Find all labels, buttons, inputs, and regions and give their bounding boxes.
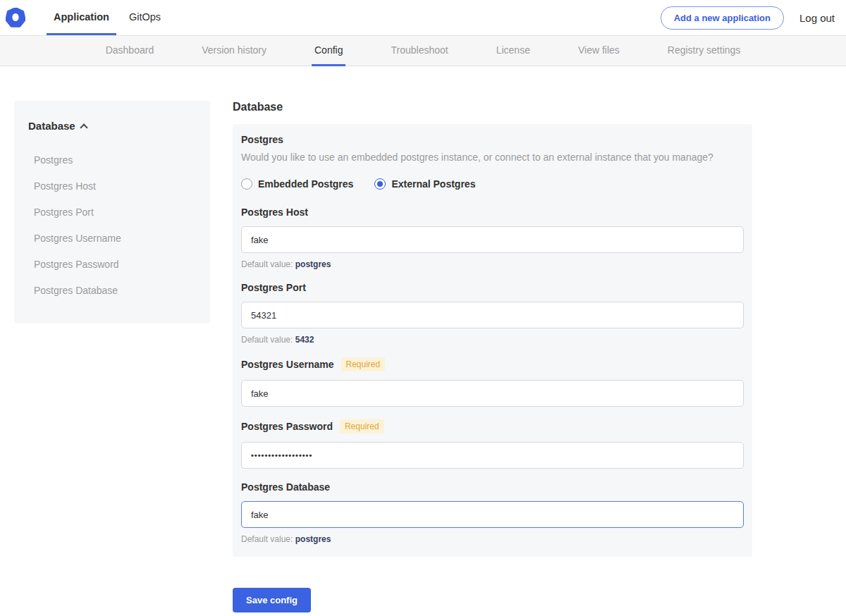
postgres-database-label: Postgres Database [241,481,330,493]
config-form-main: Database Postgres Would you like to use … [233,101,752,612]
field-postgres-database: Postgres Database Default value: postgre… [241,481,744,544]
required-badge: Required [340,419,384,433]
postgres-database-input[interactable] [241,501,744,528]
tab-view-files[interactable]: View files [575,36,623,66]
radio-selected-icon[interactable] [374,178,386,190]
sidebar-item-postgres-password[interactable]: Postgres Password [34,252,196,278]
logout-link[interactable]: Log out [799,12,835,24]
sidebar-item-list: Postgres Postgres Host Postgres Port Pos… [28,147,196,304]
tab-dashboard[interactable]: Dashboard [103,36,157,66]
postgres-port-input[interactable] [241,302,744,328]
sidebar-group-database-label: Database [28,120,75,132]
postgres-group-label: Postgres [241,134,744,145]
postgres-port-label: Postgres Port [241,282,306,293]
top-navbar: Application GitOps Add a new application… [0,0,846,35]
add-new-application-button[interactable]: Add a new application [661,6,784,30]
top-tab-gitops-label: GitOps [129,11,161,23]
required-badge: Required [341,357,386,371]
radio-embedded-postgres-label: Embedded Postgres [258,178,353,190]
postgres-password-label: Postgres Password [241,421,333,432]
database-config-panel: Postgres Would you like to use an embedd… [233,124,752,557]
default-value-text: postgres [295,534,331,544]
tab-dashboard-label: Dashboard [106,44,154,56]
postgres-host-default-helper: Default value: postgres [241,259,744,269]
sidebar-group-database[interactable]: Database [28,120,196,132]
sidebar-item-postgres[interactable]: Postgres [34,147,196,173]
sidebar-item-postgres-port[interactable]: Postgres Port [34,199,196,226]
topnav-right-actions: Add a new application Log out [661,0,835,35]
postgres-username-input[interactable] [241,380,744,407]
config-groups-sidebar: Database Postgres Postgres Host Postgres… [14,101,210,324]
top-tab-application[interactable]: Application [47,0,116,35]
postgres-database-default-helper: Default value: postgres [241,534,744,544]
radio-external-postgres-label: External Postgres [391,178,475,190]
postgres-port-default-helper: Default value: 5432 [241,335,744,345]
sidebar-item-postgres-username[interactable]: Postgres Username [34,226,196,252]
postgres-mode-radio-group: Embedded Postgres External Postgres [241,178,744,190]
default-value-label: Default value: [241,335,293,345]
radio-embedded-postgres[interactable]: Embedded Postgres [241,178,353,190]
default-value-label: Default value: [241,534,293,544]
tab-view-files-label: View files [578,44,620,56]
tab-registry-settings-label: Registry settings [668,44,740,56]
field-postgres-port: Postgres Port Default value: 5432 [241,282,744,345]
tab-license[interactable]: License [494,36,533,66]
default-value-text: postgres [295,259,331,269]
tab-config[interactable]: Config [312,36,345,66]
tab-license-label: License [496,44,530,56]
default-value-text: 5432 [295,335,314,345]
radio-unselected-icon[interactable] [241,178,252,190]
field-postgres-host: Postgres Host Default value: postgres [241,207,744,269]
heptagon-logo-icon [6,8,25,27]
field-postgres-username: Postgres Username Required [241,357,744,407]
tab-version-history[interactable]: Version history [199,36,269,66]
sidebar-item-postgres-database[interactable]: Postgres Database [34,278,196,304]
postgres-username-label: Postgres Username [241,359,334,370]
config-page-content: Database Postgres Postgres Host Postgres… [0,66,846,612]
config-section-heading: Database [233,101,752,113]
tab-version-history-label: Version history [202,44,266,56]
postgres-host-label: Postgres Host [241,207,308,218]
top-tab-gitops[interactable]: GitOps [122,0,168,35]
radio-external-postgres[interactable]: External Postgres [374,178,475,190]
sidebar-item-postgres-host[interactable]: Postgres Host [34,173,196,199]
tab-troubleshoot-label: Troubleshoot [391,44,448,56]
save-config-button[interactable]: Save config [233,588,311,612]
app-subnav: Dashboard Version history Config Trouble… [0,35,846,66]
tab-config-label: Config [314,44,343,56]
default-value-label: Default value: [241,259,293,269]
tab-troubleshoot[interactable]: Troubleshoot [388,36,450,66]
postgres-group-help-text: Would you like to use an embedded postgr… [241,152,744,163]
app-logo[interactable] [6,0,25,35]
chevron-up-icon [80,123,87,131]
top-tab-application-label: Application [54,11,109,23]
postgres-host-input[interactable] [241,226,744,253]
postgres-password-input[interactable] [241,442,744,469]
field-postgres-password: Postgres Password Required [241,419,744,469]
tab-registry-settings[interactable]: Registry settings [665,36,743,66]
